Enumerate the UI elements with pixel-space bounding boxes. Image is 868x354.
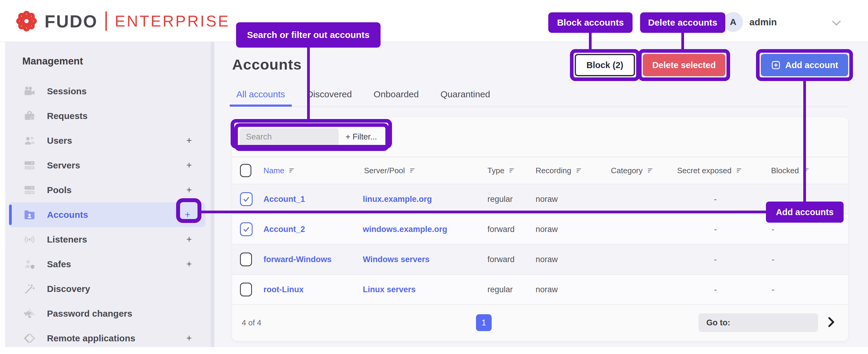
row-checkbox[interactable] [240,283,252,296]
secret-exposed-cell: - [672,255,759,264]
safes-icon [22,257,37,271]
sidebar-item-label: Listeners [47,234,87,245]
annotation-connector-delete [681,32,684,50]
tab-bar: All accounts Discovered Onboarded Quaran… [230,89,505,107]
goto-label: Go to: [706,318,730,327]
sort-icon[interactable] [288,167,296,174]
brand-logo: FUDO ENTERPRISE [13,0,230,42]
sidebar-divider [211,42,214,347]
brand-separator [105,11,107,31]
page-title: Accounts [232,56,302,73]
annotation-block-accounts: Block accounts [548,12,632,33]
sessions-icon [22,84,37,98]
recording-cell: noraw [530,255,606,264]
sidebar-heading: Management [22,55,211,67]
sidebar: Management Sessions Requests Users + Ser… [5,42,211,347]
server-pool-link[interactable]: windows.example.org [359,225,482,234]
column-header-category[interactable]: Category [606,166,672,175]
sidebar-item-label: Safes [47,259,71,269]
annotation-outline-block-button [570,49,640,81]
column-header-name[interactable]: Name [259,166,359,175]
accounts-table-card: + Filter... Name Server/Pool Type Record… [232,117,848,341]
sidebar-item-label: Remote applications [47,333,135,344]
annotation-outline-sidebar-plus [176,198,202,223]
goto-page-input[interactable]: Go to: [699,313,818,332]
sidebar-item-users[interactable]: Users + [5,128,211,153]
recording-cell: noraw [530,195,606,204]
column-header-recording[interactable]: Recording [530,166,606,175]
sort-icon[interactable] [408,167,417,174]
avatar[interactable]: A [723,12,743,32]
secret-exposed-cell: - [672,285,759,294]
blocked-cell: - [759,255,848,264]
sidebar-item-sessions[interactable]: Sessions [5,79,211,104]
type-cell: forward [482,255,530,264]
sidebar-item-label: Pools [47,185,72,195]
column-header-server-pool[interactable]: Server/Pool [359,166,482,175]
sidebar-add-button[interactable]: + [183,135,195,146]
sidebar-item-discovery[interactable]: Discovery [5,276,211,301]
sidebar-add-button[interactable]: + [183,160,195,171]
sidebar-item-remote-applications[interactable]: Remote applications + [5,326,211,351]
fudo-enterprise-app: FUDO ENTERPRISE A admin Management Sessi… [0,0,868,354]
sort-icon[interactable] [735,167,744,174]
pools-icon [22,183,37,197]
annotation-connector-add-vertical [803,80,806,203]
sidebar-item-servers[interactable]: Servers + [5,153,211,178]
sort-icon[interactable] [508,167,516,174]
next-page-icon[interactable] [824,314,838,330]
sort-icon[interactable] [646,167,655,174]
table-row[interactable]: forward-Windows Windows servers forward … [232,244,848,274]
tab-onboarded[interactable]: Onboarded [367,89,426,107]
tab-quarantined[interactable]: Quarantined [434,89,497,107]
row-checkbox[interactable] [240,222,253,236]
select-all-checkbox[interactable] [240,164,251,177]
users-icon [22,134,37,148]
search-filter-group: + Filter... [234,123,389,151]
sidebar-add-button[interactable]: + [183,234,195,245]
table-row[interactable]: Account_1 linux.example.org regular nora… [232,184,848,214]
sidebar-item-requests[interactable]: Requests [5,104,211,128]
sidebar-item-label: Accounts [47,210,88,220]
row-checkbox[interactable] [240,253,252,266]
sort-icon[interactable] [575,167,584,174]
annotation-connector-search [307,47,310,122]
filter-button[interactable]: + Filter... [339,132,384,142]
search-input[interactable] [239,128,339,146]
tab-all-accounts[interactable]: All accounts [230,89,292,107]
remote-applications-icon [22,331,37,346]
server-pool-link[interactable]: linux.example.org [359,195,482,204]
username[interactable]: admin [749,17,777,28]
account-name-link[interactable]: root-Linux [259,285,359,294]
row-checkbox[interactable] [240,192,253,206]
search-row: + Filter... [232,117,848,157]
server-pool-link[interactable]: Linux servers [359,285,482,294]
annotation-outline-add-button [756,49,853,81]
accounts-icon [22,208,37,222]
sidebar-item-safes[interactable]: Safes + [5,252,211,276]
sidebar-add-button[interactable]: + [183,185,195,196]
annotation-connector-block [589,32,592,50]
sidebar-item-label: Requests [47,111,88,121]
server-pool-link[interactable]: Windows servers [359,255,482,264]
sidebar-item-password-changers[interactable]: Password changers [5,301,211,326]
page-1-button[interactable]: 1 [476,314,492,331]
column-header-secret-exposed[interactable]: Secret exposed [672,166,759,175]
servers-icon [22,158,37,173]
fudo-knot-icon [13,8,40,34]
sidebar-item-label: Servers [47,160,80,171]
annotation-search-tip: Search or filter out accounts [236,22,380,48]
account-name-link[interactable]: Account_2 [259,225,359,234]
account-name-link[interactable]: Account_1 [259,195,359,204]
sidebar-add-button[interactable]: + [183,259,195,270]
type-cell: regular [482,195,530,204]
sidebar-add-button[interactable]: + [183,333,195,344]
table-row[interactable]: Account_2 windows.example.org forward no… [232,214,848,244]
chevron-down-icon[interactable] [830,16,843,30]
sidebar-item-listeners[interactable]: Listeners + [5,227,211,252]
table-row[interactable]: root-Linux Linux servers regular noraw -… [232,274,848,304]
type-cell: regular [482,285,530,294]
account-name-link[interactable]: forward-Windows [259,255,359,264]
column-header-type[interactable]: Type [482,166,530,175]
discovery-icon [22,282,37,296]
